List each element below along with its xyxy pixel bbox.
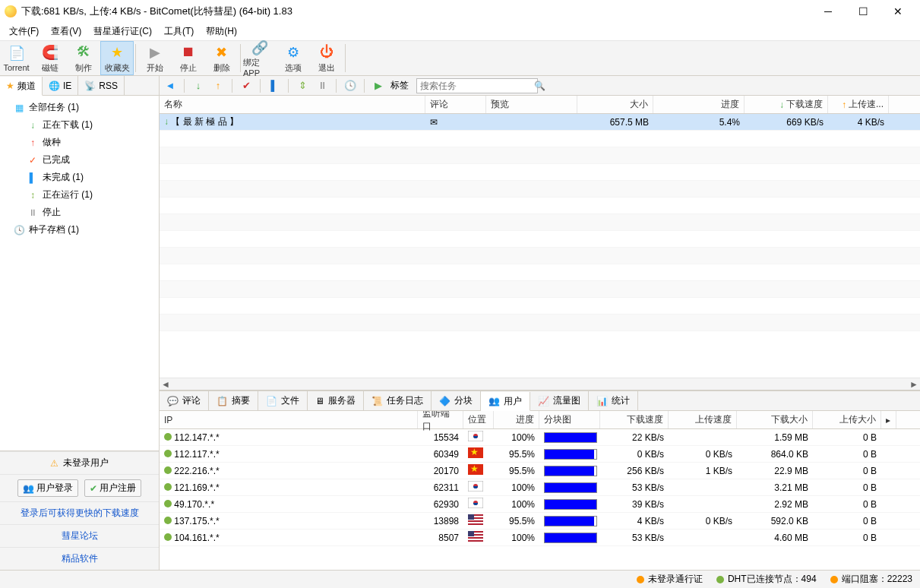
peer-column[interactable]: 下载速度 bbox=[600, 411, 669, 428]
forum-link[interactable]: 彗星论坛 bbox=[62, 530, 98, 542]
titlebar: 下载:681 KB/s, 上传:4 KB/s - BitComet(比特彗星) … bbox=[0, 0, 920, 23]
detail-tab-评论[interactable]: 💬评论 bbox=[160, 391, 209, 410]
detail-tab-流量图[interactable]: 📈流量图 bbox=[530, 391, 589, 410]
peer-status-icon bbox=[164, 466, 172, 474]
toolbar-制作[interactable]: 🛠制作 bbox=[67, 41, 100, 75]
peer-row[interactable]: 222.216.*.*20170★95.5%256 KB/s1 KB/s22.9… bbox=[160, 463, 920, 479]
menu-item[interactable]: 工具(T) bbox=[158, 23, 200, 40]
login-promo-link[interactable]: 登录后可获得更快的下载速度 bbox=[21, 507, 139, 520]
toolbar-开始[interactable]: ▶开始 bbox=[138, 41, 172, 75]
menu-item[interactable]: 彗星通行证(C) bbox=[87, 23, 158, 40]
piece-bar bbox=[544, 533, 597, 543]
search-icon[interactable]: 🔍 bbox=[534, 81, 545, 91]
ul-orange-icon[interactable]: ↑ bbox=[210, 78, 226, 93]
back-button[interactable]: ◄ bbox=[163, 78, 178, 93]
tab-icon: 🔷 bbox=[439, 396, 451, 406]
flag-icon[interactable]: ▌ bbox=[267, 78, 282, 93]
peer-column[interactable]: 监听端口 bbox=[418, 411, 463, 428]
piece-bar bbox=[544, 449, 597, 460]
detail-tab-服务器[interactable]: 🖥服务器 bbox=[308, 391, 364, 410]
empty-row bbox=[160, 181, 920, 198]
column-header[interactable]: 大小 bbox=[577, 96, 653, 113]
column-header[interactable]: 预览 bbox=[486, 96, 577, 113]
toolbar-label: 退出 bbox=[318, 62, 335, 74]
column-header[interactable]: ↓下载速度 bbox=[745, 96, 828, 113]
sidebar-tab-频道[interactable]: ★频道 bbox=[0, 77, 43, 96]
peer-column[interactable]: 分块图 bbox=[539, 411, 600, 428]
sidebar-tab-IE[interactable]: 🌐IE bbox=[43, 76, 78, 95]
peer-row[interactable]: 104.161.*.*8507100%53 KB/s4.60 MB0 B bbox=[160, 530, 920, 546]
close-button[interactable]: ✕ bbox=[880, 0, 915, 23]
detail-tab-文件[interactable]: 📄文件 bbox=[258, 391, 308, 410]
toolbar-停止[interactable]: ⏹停止 bbox=[172, 41, 205, 75]
tree-node[interactable]: 🕓种子存档 (1) bbox=[0, 221, 159, 239]
tree-node[interactable]: ↕正在运行 (1) bbox=[0, 186, 159, 204]
tree-icon: ⏸ bbox=[27, 207, 38, 218]
task-row[interactable]: ↓ 【 最 新 極 品 】✉657.5 MB5.4%669 KB/s4 KB/s bbox=[160, 114, 920, 131]
detail-tab-摘要[interactable]: 📋摘要 bbox=[209, 391, 258, 410]
more-columns-icon[interactable]: ▸ bbox=[881, 411, 896, 428]
horizontal-scrollbar[interactable]: ◄ ► bbox=[160, 378, 920, 390]
check-icon[interactable]: ✔ bbox=[239, 78, 254, 93]
sidebar-tab-RSS[interactable]: 📡RSS bbox=[78, 76, 125, 95]
dl-green-icon[interactable]: ↓ bbox=[191, 78, 206, 93]
minimize-button[interactable]: ─ bbox=[811, 0, 846, 23]
tab-icon: 🖥 bbox=[315, 396, 324, 406]
peer-column[interactable]: 下载大小 bbox=[737, 411, 813, 428]
tree-node[interactable]: ⏸停止 bbox=[0, 204, 159, 221]
column-header[interactable]: 进度 bbox=[653, 96, 745, 113]
toolbar-选项[interactable]: ⚙选项 bbox=[277, 41, 310, 75]
peer-row[interactable]: 137.175.*.*1389895.5%4 KB/s0 KB/s592.0 K… bbox=[160, 513, 920, 530]
peer-column[interactable]: 上传速度 bbox=[669, 411, 737, 428]
peer-column[interactable]: 进度 bbox=[494, 411, 539, 428]
scroll-right-icon[interactable]: ► bbox=[908, 378, 920, 390]
column-header[interactable]: ↑上传速... bbox=[828, 96, 889, 113]
register-button[interactable]: ✔用户注册 bbox=[84, 479, 141, 497]
svg-rect-13 bbox=[468, 520, 483, 522]
toolbar-删除[interactable]: ✖删除 bbox=[205, 41, 239, 75]
empty-row bbox=[160, 164, 920, 181]
toolbar-收藏夹[interactable]: ★收藏夹 bbox=[100, 41, 134, 75]
maximize-button[interactable]: ☐ bbox=[846, 0, 880, 23]
peer-column[interactable]: IP bbox=[160, 411, 418, 428]
RSS-icon: 📡 bbox=[84, 81, 96, 91]
tree-node[interactable]: ▦全部任务 (1) bbox=[0, 99, 159, 116]
status-dht: DHT已连接节点：494 bbox=[716, 573, 817, 586]
login-button[interactable]: 👥用户登录 bbox=[17, 479, 78, 497]
column-header[interactable]: 评论 bbox=[425, 96, 486, 113]
开始-icon: ▶ bbox=[146, 43, 164, 62]
software-link[interactable]: 精品软件 bbox=[62, 552, 98, 565]
menu-item[interactable]: 帮助(H) bbox=[200, 23, 243, 40]
tree-node[interactable]: ✓已完成 bbox=[0, 151, 159, 169]
tree-node[interactable]: ▌未完成 (1) bbox=[0, 169, 159, 186]
detail-tab-用户[interactable]: 👥用户 bbox=[481, 392, 530, 411]
column-header[interactable]: 名称 bbox=[160, 96, 425, 113]
clock-icon[interactable]: 🕓 bbox=[343, 78, 358, 93]
tree-node[interactable]: ↑做种 bbox=[0, 134, 159, 151]
toolbar-Torrent[interactable]: 📄Torrent bbox=[0, 41, 33, 75]
peer-row[interactable]: 112.117.*.*60349★95.5%0 KB/s0 KB/s864.0 … bbox=[160, 446, 920, 463]
search-box[interactable]: 🔍 bbox=[416, 78, 538, 93]
toolbar-绑定APP[interactable]: 🔗绑定APP bbox=[243, 41, 277, 75]
peer-column[interactable]: 上传大小 bbox=[813, 411, 881, 428]
peer-row[interactable]: 121.169.*.*62311100%53 KB/s3.21 MB0 B bbox=[160, 479, 920, 496]
detail-tab-统计[interactable]: 📊统计 bbox=[589, 391, 638, 410]
scroll-left-icon[interactable]: ◄ bbox=[160, 378, 172, 390]
flag-icon bbox=[468, 517, 483, 527]
tag-green-icon[interactable]: ▶ bbox=[371, 78, 386, 93]
tree-icon: ↕ bbox=[27, 190, 38, 201]
peer-column[interactable]: 位置 bbox=[463, 411, 494, 428]
updown-icon[interactable]: ⇕ bbox=[295, 78, 310, 93]
menu-item[interactable]: 查看(V) bbox=[45, 23, 87, 40]
menu-item[interactable]: 文件(F) bbox=[3, 23, 45, 40]
peer-row[interactable]: 112.147.*.*15534100%22 KB/s1.59 MB0 B bbox=[160, 429, 920, 446]
tree-node[interactable]: ↓正在下载 (1) bbox=[0, 116, 159, 134]
toolbar-磁链[interactable]: 🧲磁链 bbox=[33, 41, 67, 75]
toolbar-退出[interactable]: ⏻退出 bbox=[310, 41, 343, 75]
detail-tab-任务日志[interactable]: 📜任务日志 bbox=[364, 391, 432, 410]
search-input[interactable] bbox=[420, 81, 534, 91]
peer-row[interactable]: 49.170.*.*62930100%39 KB/s2.92 MB0 B bbox=[160, 496, 920, 513]
peer-status-icon bbox=[164, 483, 172, 491]
pause-gray-icon[interactable]: ⏸ bbox=[315, 78, 330, 93]
detail-tab-分块[interactable]: 🔷分块 bbox=[432, 391, 481, 410]
